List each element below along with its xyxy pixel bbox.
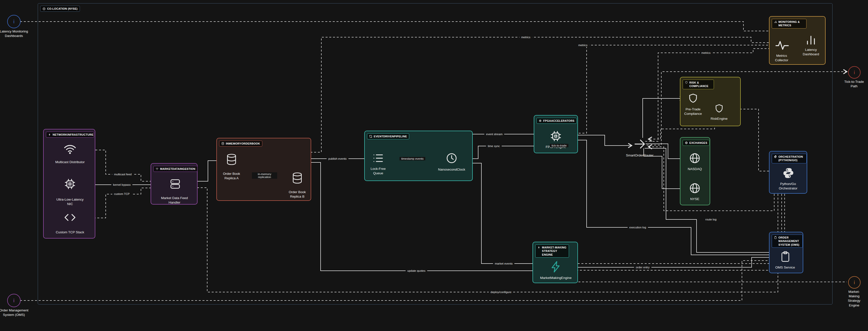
external-mm-strategy-node: i (848, 276, 861, 289)
edge-label-multicast-feed: multicast feed (113, 172, 133, 176)
edge-label-custom-tcp: custom TCP (112, 192, 131, 196)
code-icon (64, 213, 76, 223)
database-icon (292, 172, 303, 185)
clock-icon (446, 153, 457, 165)
edge-label-timestamp-events: timestamp events (400, 157, 425, 160)
edge-label-publish-events: publish events (327, 157, 348, 160)
edge-label-metrics-2: metrics (577, 43, 589, 47)
queue-icon (372, 153, 384, 164)
nic-chip-icon (64, 178, 76, 191)
python-icon (774, 155, 777, 158)
node-nyse: NYSE (682, 197, 707, 201)
hft-architecture-diagram: CO-LOCATION (NYSE) NETWORKINFRASTRUCTURE… (0, 0, 868, 331)
shield-icon (685, 81, 688, 84)
edge-label-in-memory-replication: in-memory replication (252, 172, 277, 179)
arrow-right-icon (634, 139, 646, 151)
edge-label-metrics-1: metrics (519, 35, 532, 39)
node-multicast-distributor: Multicast Distributor (55, 160, 85, 164)
node-python-go-orchestrator: Python/Go Orchestrator (774, 182, 802, 191)
node-order-book-replica-a: Order Book Replica A (218, 172, 245, 180)
node-lock-free-queue: Lock-Free Queue (366, 167, 391, 175)
edge-label-time-sync: time sync (486, 144, 502, 148)
node-metrics-collector: Metrics Collector (771, 54, 793, 63)
location-pin-icon (42, 7, 46, 10)
globe-icon (689, 183, 701, 195)
python-icon (782, 167, 794, 180)
lightning-icon (537, 246, 540, 249)
external-mm-strategy-label: Market-Making Strategy Engine (844, 290, 864, 308)
feed-handler-icon (169, 179, 181, 190)
refresh-icon (369, 135, 372, 138)
bar-chart-icon (774, 20, 777, 23)
node-pre-trade-compliance: Pre-Trade Compliance (679, 107, 707, 116)
group-title: RISK & COMPLIANCE (689, 81, 712, 88)
group-title: MONITORING & METRICS (778, 20, 804, 27)
group-title: MARKETDATAINGESTION (160, 167, 195, 171)
shield-icon (688, 93, 699, 105)
external-oms-node: i (7, 294, 21, 307)
node-oms-service: OMS Service (772, 265, 799, 270)
node-custom-tcp-stack: Custom TCP Stack (55, 230, 85, 235)
colocation-label: CO-LOCATION (NYSE) (47, 7, 78, 10)
group-title: NETWORKINFRASTRUCTURE (53, 133, 94, 136)
clipboard-icon (774, 236, 777, 239)
node-order-book-replica-b: Order Book Replica B (284, 190, 311, 199)
activity-icon (775, 40, 789, 51)
wifi-icon (156, 167, 159, 170)
group-title: ORDER MANAGEMENT SYSTEM (OMS) (778, 236, 801, 246)
bolt-icon (550, 261, 562, 274)
node-ultra-low-latency-nic: Ultra-Low-Latency NIC (56, 197, 84, 206)
group-title: EVENTDRIVENPIPELINE (374, 135, 407, 138)
external-latency-monitoring-node: i (7, 15, 21, 28)
fpga-chip-icon (550, 130, 562, 143)
external-tick-to-trade-label: Tick-to-Trade Path (840, 79, 868, 89)
external-tick-to-trade-node: i (848, 66, 861, 78)
lightning-icon (48, 133, 51, 136)
node-nasdaq: NASDAQ (682, 167, 707, 171)
group-title: EXCHANGES (689, 141, 707, 144)
external-latency-monitoring-label: Latency Monitoring Dashboards (0, 29, 29, 38)
node-market-data-feed-handler: Market Data Feed Handler (158, 196, 191, 205)
globe-icon (689, 153, 701, 165)
globe-icon (685, 141, 688, 144)
edge-label-order-entry: order entry (634, 266, 651, 269)
group-title: ORCHESTRATION (PYTHON/GO) (778, 155, 804, 162)
group-title: INMEMORYORDERBOOK (226, 142, 260, 145)
cpu-icon (539, 119, 542, 122)
edge-label-metrics-3: metrics (700, 51, 712, 55)
node-risk-engine: RiskEngine (706, 117, 733, 121)
group-title: FPGAACCELERATORS (543, 119, 575, 123)
shield-icon (714, 103, 724, 115)
edge-label-kernel-bypass: kernel bypass (112, 183, 132, 187)
edge-label-route-log: route log (704, 218, 718, 221)
edge-label-update-quotes: update quotes (406, 269, 427, 272)
node-smart-order-router: SmartOrderRouter (619, 153, 661, 158)
node-nanosecond-clock: NanosecondClock (432, 167, 471, 172)
edge-label-market-events: market events (493, 262, 515, 265)
edge-label-event-stream: event stream (484, 132, 504, 136)
group-title: MARKET-MAKING STRATEGY ENGINE (542, 246, 567, 256)
edge-label-execution-log: execution log (627, 226, 648, 229)
database-icon (221, 142, 224, 145)
node-market-making-engine: MarketMakingEngine (535, 276, 577, 280)
node-latency-dashboard: Latency Dashboard (799, 47, 823, 57)
external-oms-label: Order Management System (OMS) (0, 308, 30, 317)
database-icon (226, 154, 237, 166)
edge-label-deploy-configure: deploy/configure (489, 290, 513, 294)
wifi-icon (64, 143, 76, 155)
edge-label-tick-to-trade: tick-to-trade (550, 144, 568, 147)
clipboard-icon (780, 251, 790, 264)
bar-chart-icon (806, 34, 816, 46)
